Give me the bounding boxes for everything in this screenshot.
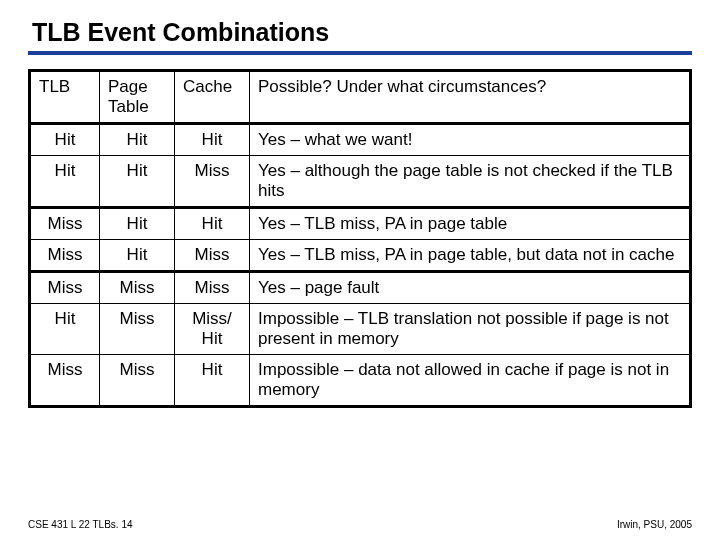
table-row: Miss Hit Hit Yes – TLB miss, PA in page … (30, 208, 691, 240)
cell-desc: Yes – TLB miss, PA in page table, but da… (250, 240, 691, 272)
cell-tlb: Hit (30, 124, 100, 156)
table-row: Hit Hit Miss Yes – although the page tab… (30, 156, 691, 208)
cell-desc: Impossible – data not allowed in cache i… (250, 355, 691, 407)
table-row: Miss Hit Miss Yes – TLB miss, PA in page… (30, 240, 691, 272)
cell-desc: Yes – although the page table is not che… (250, 156, 691, 208)
col-header-tlb: TLB (30, 71, 100, 124)
cell-pt: Hit (100, 240, 175, 272)
table-row: Miss Miss Hit Impossible – data not allo… (30, 355, 691, 407)
cell-tlb: Hit (30, 304, 100, 355)
footer-right: Irwin, PSU, 2005 (617, 519, 692, 530)
cell-pt: Miss (100, 272, 175, 304)
cell-pt: Hit (100, 124, 175, 156)
cell-tlb: Miss (30, 240, 100, 272)
table-row: Miss Miss Miss Yes – page fault (30, 272, 691, 304)
table-row: Hit Miss Miss/ Hit Impossible – TLB tran… (30, 304, 691, 355)
cell-pt: Miss (100, 304, 175, 355)
cell-cache: Miss (175, 272, 250, 304)
slide-footer: CSE 431 L 22 TLBs. 14 Irwin, PSU, 2005 (28, 519, 692, 530)
table-row: Hit Hit Hit Yes – what we want! (30, 124, 691, 156)
table-header-row: TLB Page Table Cache Possible? Under wha… (30, 71, 691, 124)
cell-cache: Hit (175, 355, 250, 407)
cell-cache: Hit (175, 124, 250, 156)
cell-desc: Impossible – TLB translation not possibl… (250, 304, 691, 355)
cell-tlb: Miss (30, 208, 100, 240)
col-header-cache: Cache (175, 71, 250, 124)
footer-left: CSE 431 L 22 TLBs. 14 (28, 519, 133, 530)
tlb-table: TLB Page Table Cache Possible? Under wha… (28, 69, 692, 408)
cell-desc: Yes – page fault (250, 272, 691, 304)
cell-cache: Hit (175, 208, 250, 240)
cell-pt: Hit (100, 208, 175, 240)
cell-desc: Yes – TLB miss, PA in page table (250, 208, 691, 240)
cell-pt: Miss (100, 355, 175, 407)
col-header-page-table: Page Table (100, 71, 175, 124)
cell-tlb: Miss (30, 355, 100, 407)
col-header-possible: Possible? Under what circumstances? (250, 71, 691, 124)
cell-cache: Miss/ Hit (175, 304, 250, 355)
cell-tlb: Miss (30, 272, 100, 304)
cell-desc: Yes – what we want! (250, 124, 691, 156)
cell-tlb: Hit (30, 156, 100, 208)
cell-cache: Miss (175, 240, 250, 272)
cell-pt: Hit (100, 156, 175, 208)
cell-cache: Miss (175, 156, 250, 208)
slide-title: TLB Event Combinations (28, 18, 692, 55)
